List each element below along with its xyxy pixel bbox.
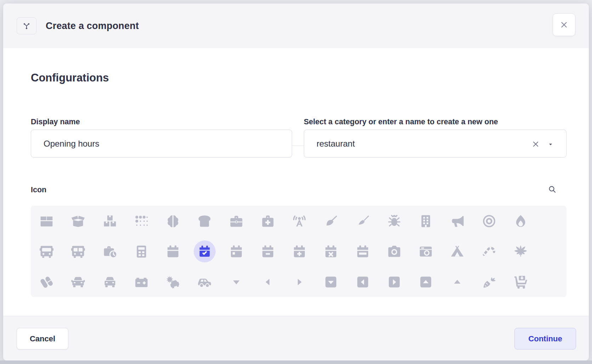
cart-arrow-down-icon[interactable] xyxy=(505,267,536,297)
calendar-day-icon[interactable] xyxy=(221,236,252,267)
capsules-icon[interactable] xyxy=(31,267,62,297)
briefcase-icon[interactable] xyxy=(221,206,252,236)
broadcast-tower-icon[interactable] xyxy=(284,206,315,236)
continue-button[interactable]: Continue xyxy=(514,328,576,349)
calendar-times-icon[interactable] xyxy=(315,236,347,267)
box-icon[interactable] xyxy=(31,206,62,236)
modal-header: Create a component xyxy=(3,4,589,49)
search-icon[interactable] xyxy=(548,185,557,194)
clear-x-icon[interactable] xyxy=(531,140,540,148)
component-nodes-icon xyxy=(17,17,36,34)
close-icon xyxy=(560,21,568,29)
carrot-icon[interactable] xyxy=(473,267,505,297)
caret-square-right-icon[interactable] xyxy=(378,267,410,297)
car-battery-icon[interactable] xyxy=(126,267,157,297)
candy-cane-icon[interactable] xyxy=(473,236,505,267)
calendar-week-icon[interactable] xyxy=(347,236,378,267)
page-bottom-strip xyxy=(0,360,592,364)
display-name-input[interactable] xyxy=(31,130,292,158)
brain-icon[interactable] xyxy=(157,206,189,236)
caret-square-up-icon[interactable] xyxy=(410,267,442,297)
campground-icon[interactable] xyxy=(442,236,473,267)
car-icon[interactable] xyxy=(62,267,94,297)
caret-square-down-icon[interactable] xyxy=(315,267,347,297)
caret-right-icon[interactable] xyxy=(284,267,315,297)
modal-body: Configurations BASE SETTINGS ADVANCED SE… xyxy=(3,48,589,316)
create-component-modal: Create a component Configurations BASE S… xyxy=(3,4,589,360)
camera-retro-icon[interactable] xyxy=(410,236,442,267)
car-crash-icon[interactable] xyxy=(157,267,189,297)
category-select-input[interactable] xyxy=(304,130,567,158)
calendar-minus-icon[interactable] xyxy=(252,236,284,267)
bullseye-icon[interactable] xyxy=(473,206,505,236)
bus-alt-icon[interactable] xyxy=(62,236,94,267)
calendar-icon[interactable] xyxy=(157,236,189,267)
close-button[interactable] xyxy=(553,13,575,36)
bullhorn-icon[interactable] xyxy=(442,206,473,236)
caret-up-icon[interactable] xyxy=(442,267,473,297)
calculator-icon[interactable] xyxy=(126,236,157,267)
cannabis-icon[interactable] xyxy=(505,236,536,267)
caret-down-icon[interactable] xyxy=(221,267,252,297)
cancel-button[interactable]: Cancel xyxy=(17,328,68,349)
burn-icon[interactable] xyxy=(505,206,536,236)
display-name-label: Display name xyxy=(31,118,80,126)
car-alt-icon[interactable] xyxy=(94,267,126,297)
icon-grid xyxy=(31,206,567,297)
bug-icon[interactable] xyxy=(378,206,410,236)
car-side-icon[interactable] xyxy=(189,267,220,297)
box-open-icon[interactable] xyxy=(62,206,94,236)
bus-icon[interactable] xyxy=(31,236,62,267)
calendar-check-icon[interactable] xyxy=(189,236,220,267)
caret-left-icon[interactable] xyxy=(252,267,284,297)
modal-footer: Cancel Continue xyxy=(3,316,589,360)
business-time-icon[interactable] xyxy=(94,236,126,267)
braille-icon[interactable] xyxy=(126,206,157,236)
briefcase-medical-icon[interactable] xyxy=(252,206,284,236)
building-icon[interactable] xyxy=(410,206,442,236)
category-label: Select a category or enter a name to cre… xyxy=(304,118,498,126)
icon-picker-label: Icon xyxy=(31,186,46,194)
brush-icon[interactable] xyxy=(347,206,378,236)
bread-slice-icon[interactable] xyxy=(189,206,220,236)
caret-down-icon[interactable] xyxy=(548,142,553,147)
camera-icon[interactable] xyxy=(378,236,410,267)
calendar-plus-icon[interactable] xyxy=(284,236,315,267)
section-title: Configurations xyxy=(31,72,109,84)
broom-icon[interactable] xyxy=(315,206,347,236)
caret-square-left-icon[interactable] xyxy=(347,267,378,297)
modal-title: Create a component xyxy=(46,21,139,32)
boxes-icon[interactable] xyxy=(94,206,126,236)
